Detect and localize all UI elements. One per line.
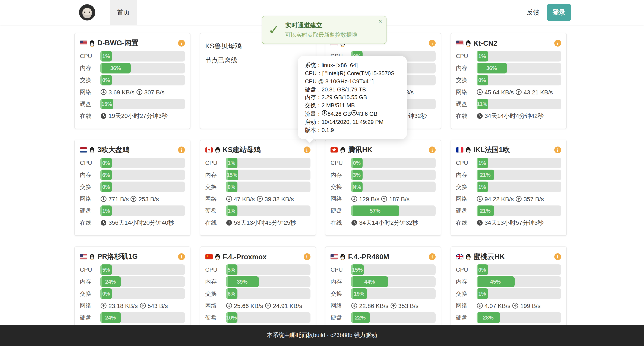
download-speed: 94.22 KB/s <box>484 196 514 202</box>
uptime-label: 在线 <box>80 219 100 226</box>
tooltip-row-label: 启动： <box>305 119 322 125</box>
disk-percent: 1% <box>228 208 235 214</box>
swap-row: 交换 1% <box>456 288 561 299</box>
net-value: 25.66 KB/s 24.91 KB/s <box>226 302 302 309</box>
upload-speed: 24.91 KB/s <box>273 302 302 309</box>
tooltip-row-label: CPU： <box>305 70 322 76</box>
card-header: F.4.-Proxmox i <box>205 252 310 261</box>
download-arrow-icon <box>226 196 232 202</box>
disk-percent: 15% <box>102 101 112 107</box>
net-row: 网络 25.66 KB/s 24.91 KB/s <box>205 300 310 311</box>
linux-penguin-icon <box>214 254 220 260</box>
download-speed: 129 B/s <box>359 196 380 202</box>
cpu-percent: 0% <box>353 160 361 166</box>
info-icon[interactable]: i <box>304 146 310 153</box>
nezha-panel-link[interactable]: 哪吒面板 <box>290 332 313 339</box>
disk-progressbar: 10% <box>226 312 310 323</box>
info-icon[interactable]: i <box>178 253 185 260</box>
cpu-progress-fill: 1% <box>476 51 488 62</box>
nav-tab-home[interactable]: 首页 <box>110 0 137 25</box>
upload-arrow-icon <box>136 89 142 95</box>
swap-progress-fill: 0% <box>476 75 488 86</box>
mem-progressbar: 21% <box>476 170 561 180</box>
footer-text-suffix: build · c23b88b 强力驱动 <box>313 332 377 339</box>
info-icon[interactable]: i <box>304 253 310 260</box>
upload-speed: 199 B/s <box>520 302 540 309</box>
swap-progressbar: 0% <box>100 182 185 192</box>
close-icon[interactable]: ✕ <box>378 19 382 24</box>
info-icon[interactable]: i <box>429 146 436 153</box>
swap-progress-fill: 0% <box>100 288 112 299</box>
swap-progress-fill: 1% <box>476 182 488 192</box>
mem-row: 内存 21% <box>456 170 561 180</box>
server-card: KS建站母鸡 i CPU 1% 内存 15% 交换 0% 网络 <box>200 140 316 236</box>
card-stats: CPU 1% 内存 36% 交换 0% 网络 45.64 KB/s 43 <box>456 51 561 121</box>
info-icon[interactable]: i <box>429 40 436 46</box>
download-speed: 771 B/s <box>108 196 129 202</box>
disk-label: 硬盘 <box>456 314 476 322</box>
upload-arrow-icon <box>140 302 146 309</box>
login-button[interactable]: 登录 <box>547 4 571 21</box>
info-icon[interactable]: i <box>554 253 561 260</box>
uptime-text: 34天14小时4分钟42秒 <box>484 112 544 120</box>
net-row: 网络 47 KB/s 39.32 KB/s <box>205 194 310 204</box>
mem-progressbar: 15% <box>226 170 310 180</box>
nav-feedback-link[interactable]: 反馈 <box>519 0 547 25</box>
mem-label: 内存 <box>456 171 476 179</box>
disk-label: 硬盘 <box>205 314 226 322</box>
net-label: 网络 <box>456 88 476 96</box>
disk-progress-fill: 11% <box>476 99 488 109</box>
server-card: 腾讯HK i CPU 0% 内存 3% 交换 N% 网络 12 <box>325 140 441 236</box>
net-value: 129 B/s 187 B/s <box>351 196 410 202</box>
mem-progress-fill: 6% <box>100 170 112 180</box>
mem-progress-fill: 36% <box>100 63 131 74</box>
mem-row: 内存 3% <box>330 170 436 180</box>
cpu-percent: 1% <box>102 53 110 59</box>
uptime-row: 在线 34天13小时57分钟3秒 <box>456 218 561 228</box>
card-stats: CPU 5% 内存 24% 交换 0% 网络 23.18 KB/s 54 <box>80 264 185 323</box>
upload-arrow-icon <box>512 302 518 309</box>
country-flag-icon <box>80 254 87 259</box>
net-label: 网络 <box>456 302 476 310</box>
site-logo-avatar[interactable] <box>79 4 95 20</box>
realtime-toast: ✓ 实时通道建立 可以实时获取最新监控数据啦 ✕ <box>262 16 386 44</box>
swap-percent: 0% <box>478 77 486 83</box>
uptime-label: 在线 <box>456 112 476 120</box>
info-icon[interactable]: i <box>554 146 561 153</box>
download-arrow-icon <box>100 196 107 202</box>
swap-progress-fill: 0% <box>100 182 112 192</box>
tooltip-row-value: 0.1.9 <box>322 127 334 133</box>
mem-label: 内存 <box>456 278 476 286</box>
cpu-row: CPU 5% <box>80 264 185 275</box>
tooltip-row: 内存：2.29 GB/15.55 GB <box>305 94 400 102</box>
swap-label: 交换 <box>456 290 476 298</box>
success-check-icon: ✓ <box>268 23 280 37</box>
server-name: KS建站母鸡 <box>223 145 261 155</box>
tooltip-row-value: 20.81 GB/1.79 TB <box>322 86 366 92</box>
clock-icon <box>100 113 107 119</box>
disk-percent: 57% <box>370 208 380 214</box>
net-value: 4.07 KB/s 199 B/s <box>476 302 540 309</box>
uptime-value: 34天14小时4分钟42秒 <box>476 112 544 120</box>
mem-progress-fill: 21% <box>476 170 494 180</box>
net-label: 网络 <box>80 88 100 96</box>
cpu-progressbar: 1% <box>100 51 185 62</box>
swap-row: 交换 0% <box>205 182 310 192</box>
swap-progressbar: N% <box>351 182 436 192</box>
disk-label: 硬盘 <box>80 100 100 108</box>
download-speed: 45.64 KB/s <box>484 89 514 96</box>
info-icon[interactable]: i <box>178 40 185 46</box>
upload-arrow-icon <box>130 196 137 202</box>
cpu-label: CPU <box>456 160 476 166</box>
cpu-label: CPU <box>330 160 351 166</box>
uptime-value: 34天14小时2分钟32秒 <box>351 219 418 226</box>
mem-label: 内存 <box>80 64 100 72</box>
uptime-row: 在线 356天14小时20分钟40秒 <box>80 218 185 228</box>
swap-percent: 1% <box>478 184 486 190</box>
info-icon[interactable]: i <box>429 253 436 260</box>
disk-percent: 10% <box>226 314 237 320</box>
download-arrow-icon <box>476 302 483 309</box>
info-icon[interactable]: i <box>178 146 185 153</box>
info-icon[interactable]: i <box>554 40 561 46</box>
disk-progress-fill: 57% <box>351 206 399 216</box>
